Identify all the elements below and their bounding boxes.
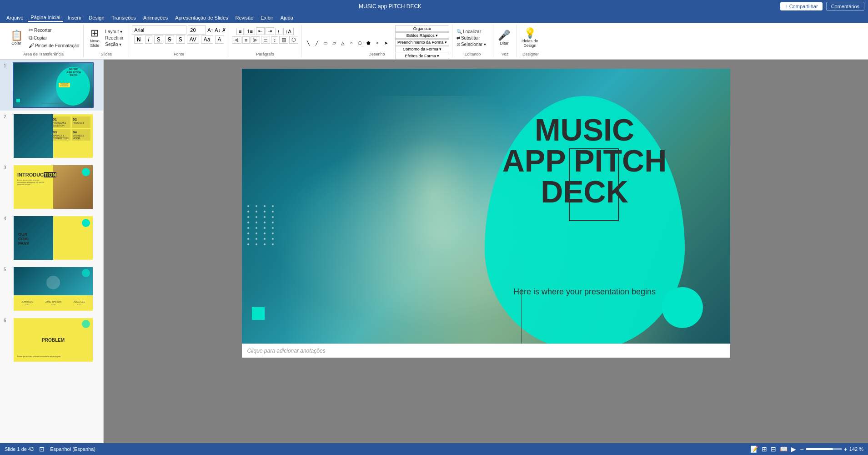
slide-thumb-1[interactable]: 1 MUSIC APP PITCH DECK MUSICAPP PITCHDEC… bbox=[0, 60, 103, 111]
shape-1[interactable]: ╲ bbox=[304, 40, 312, 46]
shape-6[interactable]: ○ bbox=[347, 40, 356, 46]
slide-thumb-5[interactable]: 5 JOHN DOECEO JANE WATSONCOO ALICE LEECT… bbox=[0, 263, 103, 314]
shadow-button[interactable]: S bbox=[176, 35, 185, 44]
notes-icon[interactable]: 📝 bbox=[750, 445, 758, 453]
align-center-button[interactable]: ≡ bbox=[242, 36, 250, 44]
reading-view-icon[interactable]: 📖 bbox=[780, 445, 788, 453]
slide-thumb-4[interactable]: 4 OURCOM-PANY bbox=[0, 212, 103, 263]
shape-3[interactable]: ▭ bbox=[321, 40, 330, 46]
shape-outline-button[interactable]: Contorno da Forma ▾ bbox=[395, 46, 449, 52]
shape-arrow[interactable]: ➤ bbox=[382, 40, 390, 46]
slide-thumb-2[interactable]: 2 01PROBLEM & SOLUTION 02PRODUCT 03MARKE… bbox=[0, 111, 103, 162]
drawing-content: ╲ ╱ ▭ ▱ △ ○ ⬡ ⬟ ⌖ ➤ Organizar Estilos Rá… bbox=[304, 25, 449, 66]
bold-button[interactable]: N bbox=[134, 35, 144, 44]
format-painter-button[interactable]: 🖌Pincel de Formatação bbox=[27, 42, 80, 49]
align-text-button[interactable]: ▤ bbox=[279, 36, 288, 44]
shape-5[interactable]: △ bbox=[339, 40, 347, 46]
zoom-slider[interactable] bbox=[806, 448, 842, 450]
shape-7[interactable]: ⬡ bbox=[356, 40, 364, 46]
font-color-button[interactable]: A bbox=[215, 35, 224, 44]
share-button[interactable]: ↑ Compartilhar bbox=[780, 2, 822, 10]
find-button[interactable]: 🔍Localizar bbox=[455, 29, 487, 35]
smoke-accent-2 bbox=[242, 69, 503, 344]
paste-icon: 📋 bbox=[10, 30, 23, 40]
charspace-button[interactable]: AV bbox=[187, 35, 199, 44]
comment-button[interactable]: Comentários bbox=[826, 2, 864, 11]
paste-button[interactable]: 📋 Colar bbox=[6, 30, 26, 46]
dictate-button[interactable]: 🎤 Ditar bbox=[496, 30, 512, 46]
menu-pagina-inicial[interactable]: Página Inicial bbox=[28, 14, 63, 22]
menu-inserir[interactable]: Inserir bbox=[65, 14, 85, 21]
zoom-out-icon[interactable]: − bbox=[800, 445, 803, 453]
slide-thumb-3[interactable]: 3 INTRODUCTION Lorem ipsum dolor sit ame… bbox=[0, 162, 103, 212]
indent-decrease-button[interactable]: ⇤ bbox=[256, 27, 265, 35]
cols-button[interactable]: ⫶ bbox=[275, 28, 282, 35]
slide-preview-5: JOHN DOECEO JANE WATSONCOO ALICE LEECTO bbox=[13, 266, 94, 312]
reset-button[interactable]: Redefinir bbox=[104, 35, 125, 41]
section-button[interactable]: Seção ▾ bbox=[104, 41, 125, 47]
normal-view-icon[interactable]: ⊞ bbox=[762, 445, 767, 453]
font-case-button[interactable]: Aa bbox=[201, 35, 213, 44]
design-icon: 💡 bbox=[524, 28, 536, 38]
menu-bar: Arquivo Página Inicial Inserir Design Tr… bbox=[0, 13, 868, 23]
ribbon-group-drawing: ╲ ╱ ▭ ▱ △ ○ ⬡ ⬟ ⌖ ➤ Organizar Estilos Rá… bbox=[301, 25, 452, 57]
replace-button[interactable]: ⇄Substituir bbox=[455, 35, 487, 41]
zoom-in-icon[interactable]: + bbox=[844, 445, 848, 453]
align-right-button[interactable]: ⫸ bbox=[251, 36, 260, 44]
menu-arquivo[interactable]: Arquivo bbox=[4, 14, 26, 21]
language-status: Espanhol (Espanha) bbox=[50, 446, 95, 452]
linespace-button[interactable]: ↕ bbox=[271, 36, 278, 44]
menu-revisao[interactable]: Revisão bbox=[233, 14, 256, 21]
shape-4[interactable]: ▱ bbox=[330, 40, 338, 46]
slide-thumb-6[interactable]: 6 PROBLEM Lorem ipsum dolor sit amet con… bbox=[0, 314, 103, 365]
shape-8[interactable]: ⬟ bbox=[365, 40, 373, 46]
styles-button[interactable]: Estilos Rápidos ▾ bbox=[395, 32, 449, 39]
notes-area[interactable]: Clique para adicionar anotações bbox=[242, 344, 730, 358]
shape-2[interactable]: ╱ bbox=[313, 40, 321, 46]
clear-format-button[interactable]: ✗ bbox=[222, 27, 226, 33]
slide-sorter-icon[interactable]: ⊟ bbox=[771, 445, 776, 453]
menu-apresentacao[interactable]: Apresentação de Slides bbox=[172, 14, 231, 21]
vertical-line-decoration bbox=[522, 289, 522, 344]
shape-9[interactable]: ⌖ bbox=[373, 40, 381, 46]
font-size-input[interactable] bbox=[188, 25, 206, 35]
menu-transicoes[interactable]: Transições bbox=[109, 14, 139, 21]
numbering-button[interactable]: 1≡ bbox=[245, 28, 255, 35]
layout-button[interactable]: Layout ▾ bbox=[104, 29, 125, 35]
increase-font-button[interactable]: A↑ bbox=[207, 27, 213, 33]
accessibility-icon[interactable]: ⊡ bbox=[39, 445, 45, 453]
design-ideas-button[interactable]: 💡 Ideias deDesign bbox=[520, 27, 540, 49]
menu-exibir[interactable]: Exibir bbox=[258, 14, 276, 21]
rect-outline-decoration bbox=[569, 148, 619, 221]
indent-increase-button[interactable]: ⇥ bbox=[266, 27, 274, 35]
slideshow-icon[interactable]: ▶ bbox=[791, 445, 796, 453]
align-left-button[interactable]: ⫷ bbox=[232, 36, 241, 44]
teal-square-decoration bbox=[252, 307, 265, 320]
strikethrough-button[interactable]: S bbox=[165, 35, 174, 44]
menu-animacoes[interactable]: Animações bbox=[140, 14, 171, 21]
underline-button[interactable]: S bbox=[154, 35, 163, 44]
bullets-button[interactable]: ≡ bbox=[236, 28, 244, 35]
text-direction-button[interactable]: ↕A bbox=[283, 28, 294, 35]
convert-smartart-button[interactable]: ⬡ bbox=[289, 36, 298, 44]
slide-preview-4: OURCOM-PANY bbox=[13, 215, 94, 261]
font-name-input[interactable] bbox=[132, 25, 186, 35]
new-slide-button[interactable]: ⊞ NovoSlide bbox=[86, 27, 103, 49]
arrange-button[interactable]: Organizar bbox=[395, 25, 449, 32]
italic-button[interactable]: I bbox=[145, 35, 152, 44]
menu-design[interactable]: Design bbox=[86, 14, 107, 21]
ribbon-group-font: A↑ A↓ ✗ N I S S S AV Aa A Fonte bbox=[129, 25, 229, 57]
main-slide-canvas: MUSIC APP PITCH DECK Here is where your … bbox=[242, 69, 730, 344]
ribbon-group-paragraph: ≡ 1≡ ⇤ ⇥ ⫶ ↕A ⫷ ≡ ⫸ ☰ ↕ ▤ ⬡ Parágrafo bbox=[229, 25, 301, 57]
slide-preview-3: INTRODUCTION Lorem ipsum dolor sit amet … bbox=[13, 164, 94, 210]
cut-button[interactable]: ✂Recortar bbox=[27, 26, 80, 34]
zoom-slider-fill bbox=[806, 448, 833, 450]
brush-icon: 🖌 bbox=[29, 42, 34, 49]
shape-fill-button[interactable]: Preenchimento da Forma ▾ bbox=[395, 39, 449, 46]
slide-subtitle[interactable]: Here is where your presentation begins bbox=[489, 287, 680, 297]
justify-button[interactable]: ☰ bbox=[261, 36, 270, 44]
decrease-font-button[interactable]: A↓ bbox=[215, 27, 221, 33]
menu-ajuda[interactable]: Ajuda bbox=[278, 14, 296, 21]
select-button[interactable]: ⊡Selecionar ▾ bbox=[455, 41, 487, 47]
copy-button[interactable]: ⧉Copiar bbox=[27, 34, 80, 41]
